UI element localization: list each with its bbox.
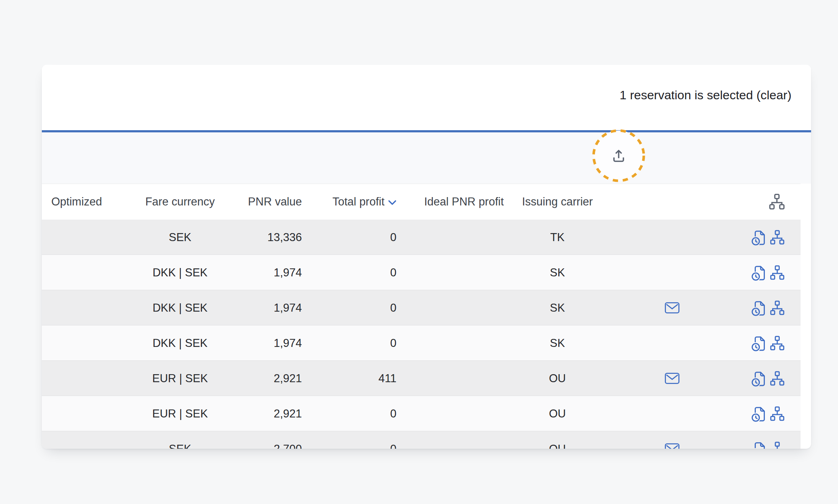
selection-header: 1 reservation is selected (clear)	[42, 65, 811, 130]
column-header-ideal-pnr-profit[interactable]: Ideal PNR profit	[396, 195, 504, 208]
cell-issuing-carrier: OU	[504, 407, 611, 420]
cell-total-profit: 0	[302, 266, 396, 279]
column-header-fare-currency[interactable]: Fare currency	[115, 195, 246, 208]
hierarchy-icon[interactable]	[769, 229, 785, 246]
column-header-issuing-carrier[interactable]: Issuing carrier	[504, 195, 611, 208]
file-history-icon[interactable]	[751, 335, 767, 352]
mail-icon[interactable]	[665, 443, 680, 449]
cell-issuing-carrier: SK	[504, 337, 611, 350]
cell-fare-currency: DKK | SEK	[115, 301, 246, 315]
cell-pnr-value: 1,974	[246, 301, 302, 315]
cell-pnr-value: 13,336	[246, 231, 302, 244]
mail-icon[interactable]	[665, 302, 680, 314]
hierarchy-icon[interactable]	[769, 299, 785, 317]
file-history-icon[interactable]	[751, 370, 767, 387]
cell-total-profit: 0	[302, 443, 396, 449]
table-row[interactable]: SEK 2,700 0 OU	[42, 431, 801, 449]
column-hierarchy-icon[interactable]	[769, 193, 785, 210]
hierarchy-icon[interactable]	[769, 370, 785, 387]
sort-desc-icon	[388, 200, 396, 205]
file-history-icon[interactable]	[751, 229, 767, 246]
cell-fare-currency: DKK | SEK	[115, 266, 246, 279]
file-history-icon[interactable]	[751, 264, 767, 281]
selection-status-text: 1 reservation is selected	[620, 88, 753, 102]
cell-issuing-carrier: SK	[504, 301, 611, 315]
hierarchy-icon[interactable]	[769, 335, 785, 352]
cell-total-profit: 0	[302, 301, 396, 315]
table-row[interactable]: DKK | SEK 1,974 0 SK	[42, 255, 801, 290]
cell-fare-currency: EUR | SEK	[115, 372, 246, 385]
cell-fare-currency: SEK	[115, 443, 246, 449]
mail-icon[interactable]	[665, 372, 680, 384]
cell-pnr-value: 1,974	[246, 337, 302, 350]
table-body: SEK 13,336 0 TK	[42, 220, 801, 449]
file-history-icon[interactable]	[751, 405, 767, 423]
table-row[interactable]: SEK 13,336 0 TK	[42, 220, 801, 255]
column-header-pnr-value[interactable]: PNR value	[246, 195, 302, 208]
hierarchy-icon[interactable]	[769, 405, 785, 423]
cell-total-profit: 0	[302, 407, 396, 420]
upload-icon	[610, 147, 627, 165]
table-toolbar	[42, 132, 811, 184]
file-history-icon[interactable]	[751, 299, 767, 317]
table-row[interactable]: DKK | SEK 1,974 0 SK	[42, 325, 801, 361]
hierarchy-icon[interactable]	[769, 264, 785, 281]
cell-pnr-value: 2,921	[246, 372, 302, 385]
page-background: { "selection_bar": { "text": "1 reservat…	[0, 0, 838, 504]
column-header-total-profit[interactable]: Total profit	[302, 195, 396, 208]
cell-pnr-value: 2,921	[246, 407, 302, 420]
cell-pnr-value: 1,974	[246, 266, 302, 279]
column-header-optimized[interactable]: Optimized	[42, 195, 115, 208]
file-history-icon[interactable]	[751, 440, 767, 449]
cell-issuing-carrier: SK	[504, 266, 611, 279]
table-row[interactable]: DKK | SEK 1,974 0 SK	[42, 290, 801, 325]
cell-pnr-value: 2,700	[246, 443, 302, 449]
selection-status: 1 reservation is selected (clear)	[620, 87, 791, 103]
cell-fare-currency: DKK | SEK	[115, 337, 246, 350]
upload-button[interactable]	[610, 147, 627, 165]
cell-total-profit: 0	[302, 337, 396, 350]
hierarchy-icon[interactable]	[769, 440, 785, 449]
cell-issuing-carrier: OU	[504, 443, 611, 449]
cell-total-profit: 0	[302, 231, 396, 244]
cell-total-profit: 411	[302, 372, 396, 385]
clear-selection-link[interactable]: (clear)	[757, 88, 791, 102]
cell-issuing-carrier: OU	[504, 372, 611, 385]
reservations-table-card: 1 reservation is selected (clear)	[42, 65, 811, 449]
cell-issuing-carrier: TK	[504, 231, 611, 244]
cell-fare-currency: SEK	[115, 231, 246, 244]
cell-fare-currency: EUR | SEK	[115, 407, 246, 420]
table-row[interactable]: EUR | SEK 2,921 0 OU	[42, 396, 801, 431]
table-header: Optimized Fare currency PNR value Total …	[42, 184, 801, 220]
table-row[interactable]: EUR | SEK 2,921 411 OU	[42, 361, 801, 396]
